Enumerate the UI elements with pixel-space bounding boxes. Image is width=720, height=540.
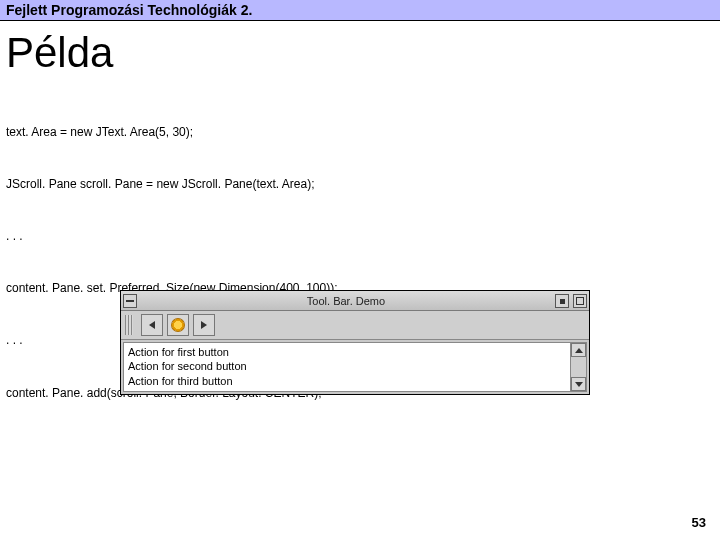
scroll-up-button[interactable]: [571, 343, 586, 357]
titlebar: Tool. Bar. Demo: [121, 291, 589, 311]
demo-screenshot: Tool. Bar. Demo Action for: [120, 290, 590, 395]
toolbar: [121, 311, 589, 340]
code-line: JScroll. Pane scroll. Pane = new JScroll…: [6, 176, 714, 193]
arrow-up-icon: [575, 348, 583, 353]
scroll-down-button[interactable]: [571, 377, 586, 391]
code-line: . . .: [6, 228, 714, 245]
text-line: Action for third button: [128, 375, 233, 387]
page-number: 53: [692, 515, 706, 530]
arrow-right-icon: [201, 321, 207, 329]
slide-header: Fejlett Programozási Technológiák 2.: [0, 0, 720, 21]
minimize-button[interactable]: [555, 294, 569, 308]
text-area[interactable]: Action for first button Action for secon…: [124, 343, 570, 391]
maximize-button[interactable]: [573, 294, 587, 308]
toolbar-button-prev[interactable]: [141, 314, 163, 336]
arrow-down-icon: [575, 382, 583, 387]
code-line: text. Area = new JText. Area(5, 30);: [6, 124, 714, 141]
toolbar-button-middle[interactable]: [167, 314, 189, 336]
window-menu-button[interactable]: [123, 294, 137, 308]
arrow-left-icon: [149, 321, 155, 329]
scroll-pane: Action for first button Action for secon…: [123, 342, 587, 392]
slide-header-text: Fejlett Programozási Technológiák 2.: [6, 2, 252, 18]
demo-window: Tool. Bar. Demo Action for: [120, 290, 590, 395]
toolbar-grip-icon: [125, 315, 133, 335]
window-title: Tool. Bar. Demo: [139, 295, 553, 307]
text-line: Action for first button: [128, 346, 229, 358]
slide-title: Példa: [0, 21, 720, 89]
slide: Fejlett Programozási Technológiák 2. Pél…: [0, 0, 720, 540]
gear-icon: [171, 318, 185, 332]
text-line: Action for second button: [128, 360, 247, 372]
vertical-scrollbar[interactable]: [570, 343, 586, 391]
toolbar-button-next[interactable]: [193, 314, 215, 336]
